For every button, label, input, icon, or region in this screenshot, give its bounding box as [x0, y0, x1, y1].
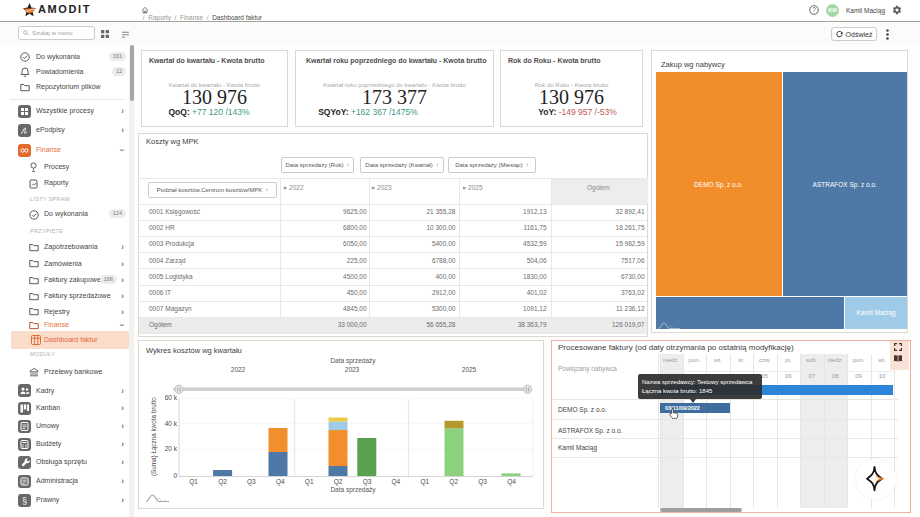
svg-text:§: §	[22, 496, 27, 506]
svg-text:?: ?	[812, 6, 816, 13]
